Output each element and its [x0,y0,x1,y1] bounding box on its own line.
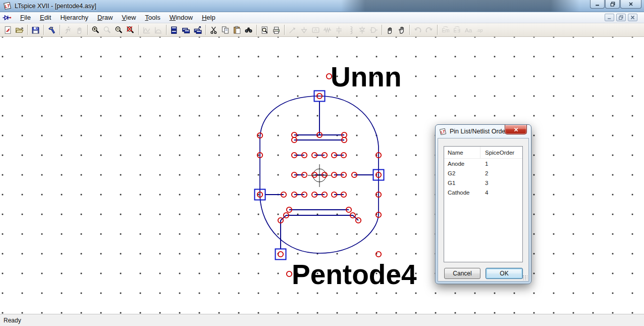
undo-button [412,24,423,36]
toolbar-separator [138,25,139,35]
minimize-icon [607,15,612,20]
cancel-button[interactable]: Cancel [444,268,480,279]
text-button: Aa [463,24,474,36]
ok-button[interactable]: OK [486,268,523,279]
pin-square[interactable] [276,249,286,260]
find-button[interactable] [243,24,254,36]
svg-text:Em: Em [442,28,450,33]
zoom-back-button [101,24,113,36]
menu-window[interactable]: Window [165,13,197,22]
close-icon [628,1,634,7]
pin-spice-order: 3 [480,180,522,186]
anchor-marker [376,252,381,257]
dialog-title: Pin List/Netlist Order [450,128,508,135]
zoom-out-button[interactable] [113,24,125,36]
pin-row-g1[interactable]: G13 [444,178,522,188]
capacitor-button [333,24,345,36]
dialog-close-button[interactable] [505,125,527,134]
pin-name: G2 [444,170,480,176]
menu-file[interactable]: File [16,13,35,22]
cut-button[interactable] [208,24,220,36]
titlebar[interactable]: LT LTspice XVII - [pentode4.asy] [0,0,644,12]
plot-settings-button [152,24,164,36]
tile-horizontally-button[interactable] [169,24,180,36]
toolbar-separator [87,25,88,35]
toolbar-separator [166,25,167,35]
drag-button[interactable] [396,24,407,36]
resistor-button [321,24,333,36]
svg-text:∃: ∃ [457,28,460,33]
mdi-window-controls [605,14,637,21]
net-label-button: A [310,24,321,36]
move-button[interactable] [384,24,396,36]
menu-tools[interactable]: Tools [140,13,165,22]
toolbar-separator [437,25,438,35]
anchor-marker [278,252,283,257]
resize-grip[interactable] [522,275,527,280]
zoom-full-extents-button[interactable] [125,24,136,36]
mdi-restore-button[interactable] [616,14,626,21]
menubar: FileEditHierarchyDrawViewToolsWindowHelp [0,12,644,23]
symbol-text[interactable]: Unnn [331,61,402,92]
ltspice-logo-icon: LT [3,2,12,10]
minimize-icon [595,1,601,7]
new-symbol-button[interactable] [2,24,14,36]
pin-spice-order: 4 [480,190,522,196]
print-button[interactable] [271,24,282,36]
redo-button [423,24,435,36]
copy-button[interactable] [220,24,231,36]
menu-draw[interactable]: Draw [93,13,117,22]
column-header-spiceorder[interactable]: SpiceOrder [480,147,522,158]
statusbar: Ready [0,314,644,326]
restore-icon [610,1,616,7]
pin-spice-order: 1 [480,161,522,167]
pin-name: G1 [444,180,480,186]
minimize-button[interactable] [590,0,605,9]
restore-icon [618,15,624,20]
component-button [368,24,380,36]
pin-row-anode[interactable]: Anode1 [444,159,522,168]
zoom-in-button[interactable] [90,24,101,36]
pin-spice-order: 2 [480,170,522,176]
menu-hierarchy[interactable]: Hierarchy [56,13,93,22]
maximize-restore-button[interactable] [605,0,620,9]
spice-directive-button: .op [474,24,486,36]
menu-view[interactable]: View [117,13,140,22]
toolbar-separator [205,25,206,35]
draw-wire-button [287,24,298,36]
control-panel-button[interactable] [46,24,58,36]
ground-button [298,24,310,36]
pin-name: Cathode [444,190,480,196]
cascade-windows-button[interactable] [192,24,203,36]
pin-row-g2[interactable]: G22 [444,168,522,178]
menu-help[interactable]: Help [197,13,220,22]
halt-button [74,24,85,36]
open-button[interactable] [14,24,25,36]
pin-row-cathode[interactable]: Cathode4 [444,188,522,197]
toolbar-separator [256,25,257,35]
toolbar-separator [409,25,410,35]
ltspice-logo-icon: LT [439,128,447,135]
mdi-minimize-button[interactable] [605,14,614,21]
save-button[interactable] [30,24,41,36]
pin-list-header: Name SpiceOrder [444,147,522,159]
dialog-body: Name SpiceOrder Anode1G22G13Cathode4 Can… [438,138,529,282]
mirror-button: Em [440,24,451,36]
toolbar: AEmE∃Aa.op [0,23,644,37]
menu-edit[interactable]: Edit [35,13,56,22]
pin-name: Anode [444,161,480,167]
inductor-button [345,24,356,36]
svg-text:.op: .op [476,28,483,33]
symbol-text[interactable]: Pentode4 [292,259,417,290]
close-icon [630,15,635,20]
diode-button [356,24,368,36]
print-preview-button[interactable] [259,24,271,36]
close-icon [513,127,519,132]
symbol-editor-canvas[interactable]: UnnnPentode4 LT Pin List/Netlist Order N… [0,37,644,314]
tile-vertically-button[interactable] [180,24,192,36]
column-header-name[interactable]: Name [444,147,480,158]
close-button[interactable] [620,0,641,9]
paste-button[interactable] [231,24,243,36]
mdi-close-button[interactable] [628,14,637,21]
pin-list[interactable]: Name SpiceOrder Anode1G22G13Cathode4 [444,146,523,262]
